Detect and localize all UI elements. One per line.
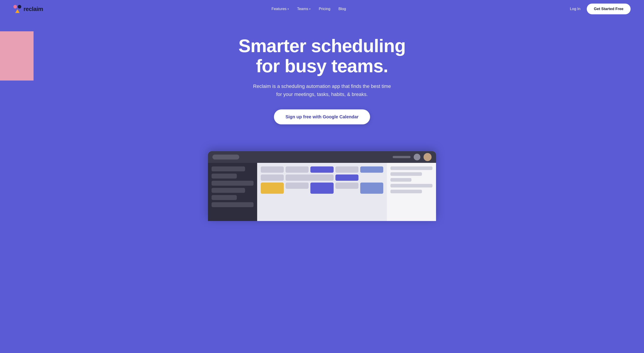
logo-text: reclaimai bbox=[24, 6, 48, 13]
get-started-button[interactable]: Get Started Free bbox=[587, 4, 630, 14]
topbar-pill bbox=[212, 155, 239, 160]
nav-actions: Log In Get Started Free bbox=[570, 4, 630, 14]
logo-icon bbox=[14, 5, 21, 13]
cal-cell bbox=[336, 166, 358, 173]
cal-cell-blue bbox=[336, 174, 358, 181]
cal-cell-blue bbox=[310, 166, 334, 173]
nav-links: Features ▾ Teams ▾ Pricing Blog bbox=[272, 7, 346, 11]
window-side-panel bbox=[387, 163, 436, 221]
sidebar-row bbox=[212, 166, 245, 171]
hero-subtitle: Reclaim is a scheduling automation app t… bbox=[253, 82, 391, 98]
cal-cell-blue bbox=[310, 183, 334, 194]
cal-cell bbox=[286, 174, 334, 181]
nav-blog[interactable]: Blog bbox=[338, 7, 346, 11]
hero-title: Smarter scheduling for busy teams. bbox=[238, 36, 406, 76]
features-chevron-icon: ▾ bbox=[288, 8, 289, 11]
topbar-circle bbox=[414, 154, 420, 160]
cal-cell bbox=[336, 183, 358, 189]
nav-features[interactable]: Features ▾ bbox=[272, 7, 289, 11]
topbar-line bbox=[393, 156, 410, 158]
cal-cell bbox=[286, 183, 308, 189]
cal-cell bbox=[261, 174, 284, 181]
nav-teams[interactable]: Teams ▾ bbox=[297, 7, 310, 11]
teams-chevron-icon: ▾ bbox=[309, 8, 310, 11]
cal-cell bbox=[286, 166, 308, 173]
cal-cell-blue-light bbox=[360, 166, 383, 173]
sidebar-row bbox=[212, 181, 254, 186]
cal-cell-blue bbox=[360, 183, 383, 194]
sidebar-row bbox=[212, 195, 237, 200]
app-preview bbox=[0, 138, 644, 221]
user-avatar bbox=[424, 153, 432, 161]
cal-cell bbox=[261, 166, 284, 173]
side-panel-row bbox=[390, 184, 432, 187]
hero-section: Smarter scheduling for busy teams. Recla… bbox=[0, 18, 644, 138]
signup-button[interactable]: Sign up free with Google Calendar bbox=[274, 109, 370, 124]
navbar: reclaimai Features ▾ Teams ▾ Pricing Blo… bbox=[0, 0, 644, 18]
app-window bbox=[208, 151, 436, 221]
side-panel-row bbox=[390, 190, 422, 193]
window-sidebar bbox=[208, 163, 257, 221]
window-topbar bbox=[208, 151, 436, 163]
topbar-right bbox=[393, 153, 432, 161]
window-main bbox=[257, 163, 387, 221]
cal-cell-yellow bbox=[261, 183, 284, 194]
side-panel-row bbox=[390, 166, 432, 170]
side-panel-row bbox=[390, 172, 422, 176]
sidebar-row bbox=[212, 202, 254, 207]
login-link[interactable]: Log In bbox=[570, 7, 580, 11]
sidebar-row bbox=[212, 188, 245, 193]
sidebar-row bbox=[212, 174, 237, 179]
window-body bbox=[208, 163, 436, 221]
pink-decorative-block bbox=[0, 31, 34, 81]
side-panel-row bbox=[390, 178, 412, 182]
nav-pricing[interactable]: Pricing bbox=[319, 7, 330, 11]
logo[interactable]: reclaimai bbox=[14, 5, 48, 13]
